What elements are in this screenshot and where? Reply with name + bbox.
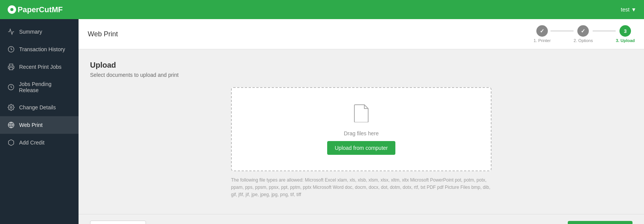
step-connector-1 [551,31,574,31]
sidebar-item-web-print[interactable]: Web Print [0,116,79,134]
sidebar-label-pending: Jobs Pending Release [19,81,71,93]
svg-point-3 [10,107,12,109]
content-header: Web Print 1. Printer 2. Options [79,19,644,49]
content-area: Web Print 1. Printer 2. Options [79,19,644,224]
upload-complete-button[interactable]: Upload & Complete » [568,221,633,224]
steps-indicator: 1. Printer 2. Options 3 3. Upload [534,25,635,43]
logo-text: PaperCutMF [18,5,63,14]
print-icon [8,63,15,70]
sidebar-label-recent: Recent Print Jobs [19,64,62,70]
user-label: test [621,6,630,13]
sidebar-item-transaction-history[interactable]: Transaction History [0,41,79,58]
step-printer-label: 1. Printer [534,38,551,43]
sidebar-label-credit: Add Credit [19,140,44,146]
back-button[interactable]: « 2. Print Options [90,221,146,224]
logo: PaperCutMF [8,5,63,14]
drop-zone[interactable]: Drag files here Upload from computer [231,87,492,171]
sidebar-item-jobs-pending[interactable]: Jobs Pending Release [0,76,79,99]
sidebar-label-summary: Summary [19,29,42,35]
chevron-down-icon: ▼ [631,6,636,13]
chart-icon [8,28,15,35]
step-options-circle [577,25,589,37]
step-upload-label: 3. Upload [616,38,635,43]
drag-text: Drag files here [344,130,379,136]
sidebar-item-summary[interactable]: Summary [0,23,79,41]
credit-icon [8,139,15,146]
sidebar-label-transaction: Transaction History [19,46,65,52]
upload-subtitle: Select documents to upload and print [90,72,633,78]
file-icon [354,104,369,126]
file-types-text: The following file types are allowed: Mi… [231,177,492,199]
upload-from-computer-button[interactable]: Upload from computer [327,141,396,155]
step-printer-check [540,28,544,34]
step-options-label: 2. Options [574,38,593,43]
step-upload-circle: 3 [619,25,631,37]
top-nav: PaperCutMF test ▼ [0,0,644,19]
logo-icon [8,5,16,14]
content-footer: « 2. Print Options Upload & Complete » [79,214,644,224]
content-body: Upload Select documents to upload and pr… [79,49,644,206]
gear-icon [8,104,15,111]
step-upload: 3 3. Upload [616,25,635,43]
globe-icon [8,122,15,128]
svg-rect-1 [10,68,13,70]
sidebar-label-webprint: Web Print [19,122,43,128]
history-icon [8,46,15,53]
step-printer: 1. Printer [534,25,551,43]
step-connector-2 [593,31,616,31]
sidebar-item-add-credit[interactable]: Add Credit [0,134,79,151]
sidebar-label-change: Change Details [19,104,56,110]
sidebar-item-change-details[interactable]: Change Details [0,99,79,116]
upload-title: Upload [90,61,633,70]
user-menu[interactable]: test ▼ [621,6,636,13]
sidebar-item-recent-print-jobs[interactable]: Recent Print Jobs [0,58,79,76]
step-printer-circle [536,25,548,37]
sidebar: Summary Transaction History Recent Print… [0,19,79,224]
step-options-check [581,28,585,34]
page-title: Web Print [88,30,118,38]
step-options: 2. Options [574,25,593,43]
clock-icon [8,84,14,91]
